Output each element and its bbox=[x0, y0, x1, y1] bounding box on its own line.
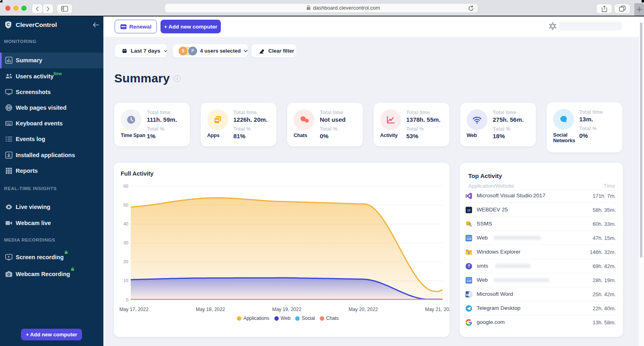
svg-text:40: 40 bbox=[123, 221, 128, 226]
svg-text:W: W bbox=[466, 293, 469, 297]
svg-text:50: 50 bbox=[123, 203, 128, 207]
svg-text:?: ? bbox=[467, 264, 470, 268]
svg-text:25: 25 bbox=[467, 209, 471, 212]
svg-text:30: 30 bbox=[123, 240, 128, 245]
svg-text:C: C bbox=[7, 23, 10, 27]
svg-text:20: 20 bbox=[123, 259, 128, 264]
svg-text:123: 123 bbox=[466, 279, 471, 283]
svg-text:60: 60 bbox=[123, 184, 128, 188]
svg-text:0: 0 bbox=[126, 297, 128, 302]
svg-text:123: 123 bbox=[466, 237, 471, 241]
svg-text:10: 10 bbox=[123, 278, 128, 283]
